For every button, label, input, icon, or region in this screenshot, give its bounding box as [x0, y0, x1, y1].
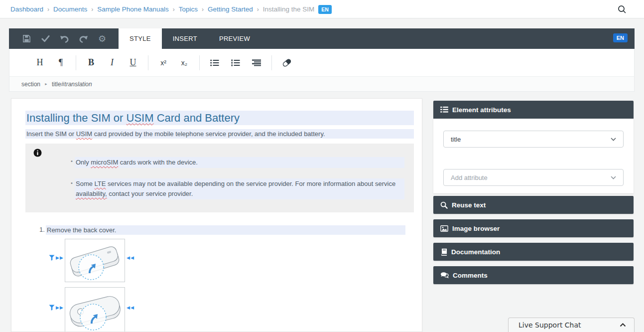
subscript-button[interactable]: x₂	[177, 54, 192, 71]
breadcrumb-separator: ›	[202, 6, 204, 13]
settings-gear-icon[interactable]: ⚙	[93, 28, 112, 49]
panel-element-attributes[interactable]: Element attributes	[433, 101, 634, 119]
eraser-clear-format-icon[interactable]	[279, 54, 294, 71]
bullet-marker: •	[71, 158, 73, 164]
intro-paragraph[interactable]: Insert the SIM or USIM card provided by …	[25, 129, 414, 139]
breadcrumb-dashboard[interactable]: Dashboard	[10, 5, 43, 13]
note-admonition[interactable]: • Only microSIM cards work with the devi…	[25, 144, 414, 212]
selected-element-value: title	[451, 136, 461, 143]
panel-label: Element attributes	[452, 106, 511, 114]
undo-icon[interactable]	[55, 28, 74, 49]
bold-button[interactable]: B	[84, 54, 99, 71]
note-bullet-1[interactable]: Only microSIM cards work with the device…	[75, 157, 404, 168]
element-path-suffix: translation	[64, 81, 92, 88]
panel-label: Reuse text	[452, 201, 486, 209]
panel-comments[interactable]: Comments	[433, 266, 634, 284]
step-number: 1.	[39, 226, 45, 233]
editor-toolbar: ⚙ STYLE INSERT PREVIEW EN H ¶ B I U x² x…	[9, 28, 635, 92]
tab-preview[interactable]: PREVIEW	[208, 28, 261, 49]
redo-icon[interactable]	[74, 28, 93, 49]
format-toolbar: H ¶ B I U x² x₂	[9, 49, 635, 76]
step-1-text[interactable]: Remove the back cover.	[46, 225, 405, 235]
document-editor-canvas[interactable]: Installing the SIM or USIM Card and Batt…	[11, 98, 422, 332]
misspelled-word: availability,	[76, 190, 107, 197]
add-attribute-select[interactable]: Add attribute	[443, 169, 624, 186]
element-path-bar: section ► title# translation	[9, 76, 635, 92]
breadcrumb-separator: ›	[173, 6, 175, 13]
bullet-marker: •	[71, 180, 73, 186]
chat-label: Live Support Chat	[518, 321, 581, 329]
heading-button[interactable]: H	[32, 54, 47, 71]
add-attribute-placeholder: Add attribute	[451, 174, 488, 181]
breadcrumb-separator: ›	[257, 6, 259, 13]
filter-funnel-icon[interactable]	[49, 305, 55, 311]
breadcrumb-sample-phone-manuals[interactable]: Sample Phone Manuals	[97, 5, 168, 13]
editor-toolbar-dark-bar: ⚙ STYLE INSERT PREVIEW EN	[9, 28, 635, 49]
panel-documentation[interactable]: Documentation	[433, 243, 634, 261]
misspelled-word: USIM	[76, 130, 93, 138]
misspelled-word: USIM	[127, 112, 154, 124]
panel-label: Documentation	[451, 248, 500, 256]
element-end-marker-icon[interactable]: ◀◀	[127, 256, 134, 260]
info-icon	[33, 149, 42, 157]
element-attributes-body: title Add attribute	[433, 119, 634, 193]
element-start-marker-icon[interactable]: ▶▶	[56, 256, 64, 260]
breadcrumb-separator: ›	[91, 6, 93, 13]
panel-label: Image browser	[452, 225, 500, 232]
book-icon	[440, 248, 447, 256]
save-icon[interactable]	[17, 28, 36, 49]
filter-funnel-icon[interactable]	[49, 255, 55, 261]
breadcrumb-separator: ›	[47, 6, 49, 13]
underline-button[interactable]: U	[126, 54, 140, 71]
panel-label: Comments	[453, 272, 488, 279]
element-path-root[interactable]: section	[21, 81, 40, 88]
note-bullet-2[interactable]: Some LTE services may not be available d…	[75, 178, 404, 199]
toolbar-divider	[76, 55, 76, 70]
toolbar-divider	[148, 55, 148, 70]
element-path-separator-icon: ►	[44, 82, 48, 86]
language-badge: EN	[318, 5, 332, 14]
misspelled-word: LTE	[95, 180, 106, 187]
element-start-marker-icon[interactable]: ▶▶	[56, 306, 64, 310]
misspelled-word: microSIM	[91, 159, 118, 166]
attribute-list-icon	[440, 106, 448, 113]
breadcrumb-topics[interactable]: Topics	[179, 5, 198, 13]
tab-insert[interactable]: INSERT	[162, 28, 208, 49]
element-path-current[interactable]: title#	[52, 81, 64, 88]
figure-phone-back-cover-2[interactable]	[65, 287, 125, 332]
document-title[interactable]: Installing the SIM or USIM Card and Batt…	[25, 111, 414, 125]
breadcrumb-current-topic: Installing the SIM	[263, 5, 315, 13]
figure-phone-back-cover-1[interactable]	[65, 239, 125, 282]
ordered-list-icon[interactable]	[228, 54, 243, 71]
element-end-marker-icon[interactable]: ◀◀	[127, 306, 134, 310]
comments-icon	[440, 272, 449, 279]
search-icon[interactable]	[617, 4, 627, 14]
breadcrumb-documents[interactable]: Documents	[53, 5, 87, 13]
tab-style[interactable]: STYLE	[119, 28, 162, 49]
superscript-button[interactable]: x²	[156, 54, 171, 71]
panel-image-browser[interactable]: Image browser	[433, 219, 634, 237]
chevron-down-icon	[611, 176, 616, 179]
toolbar-language-badge[interactable]: EN	[613, 33, 628, 42]
element-select[interactable]: title	[443, 131, 624, 148]
bullet-list-icon[interactable]	[207, 54, 222, 71]
toolbar-divider	[199, 55, 200, 70]
live-support-chat-bar[interactable]: Live Support Chat	[508, 318, 635, 332]
panel-reuse-text[interactable]: Reuse text	[433, 196, 634, 214]
breadcrumb-getting-started[interactable]: Getting Started	[208, 5, 253, 13]
paragraph-button[interactable]: ¶	[53, 54, 68, 71]
definition-list-icon[interactable]	[249, 54, 264, 71]
toolbar-divider	[271, 55, 272, 70]
validate-check-icon[interactable]	[36, 28, 55, 49]
italic-button[interactable]: I	[105, 54, 120, 71]
chevron-up-icon	[620, 323, 626, 327]
top-bar: Dashboard › Documents › Sample Phone Man…	[0, 0, 644, 18]
search-icon	[440, 201, 448, 209]
chevron-down-icon	[611, 138, 616, 141]
image-icon	[440, 225, 448, 232]
breadcrumb: Dashboard › Documents › Sample Phone Man…	[10, 0, 332, 18]
